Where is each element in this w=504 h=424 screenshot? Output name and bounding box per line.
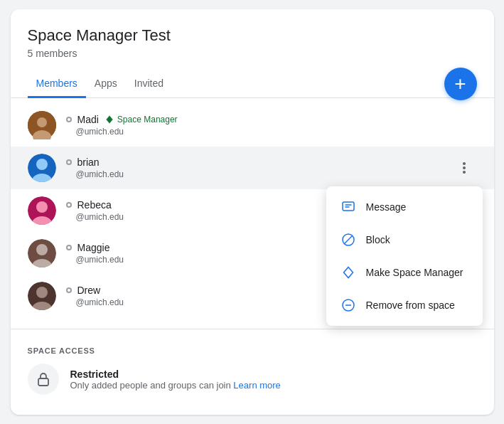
members-list: Madi Space Manager @umich.edu (11, 98, 494, 323)
member-info-brian: brian @umich.edu (66, 157, 451, 179)
access-row: Restricted Only added people and groups … (28, 364, 477, 395)
avatar-rebeca (28, 196, 56, 225)
member-email-madi: @umich.edu (66, 127, 477, 137)
avatar-madi (28, 111, 56, 139)
svg-point-21 (36, 287, 48, 298)
svg-rect-9 (343, 202, 354, 211)
block-svg (341, 233, 355, 247)
diamond-icon (104, 115, 114, 124)
message-svg (341, 200, 355, 214)
avatar-drew-img (28, 282, 56, 310)
svg-point-8 (463, 171, 466, 174)
tab-invited[interactable]: Invited (126, 70, 172, 98)
svg-rect-23 (38, 378, 48, 386)
add-member-button[interactable]: + (444, 68, 477, 100)
member-name-brian: brian (77, 157, 100, 168)
space-access-label: SPACE ACCESS (28, 346, 477, 355)
tab-apps[interactable]: Apps (86, 70, 126, 98)
status-dot-madi (66, 117, 72, 122)
menu-item-remove[interactable]: Remove from space (326, 289, 483, 322)
three-dot-button-brian[interactable] (451, 155, 477, 181)
menu-block-label: Block (366, 234, 390, 245)
avatar-drew (28, 282, 56, 310)
block-icon (341, 232, 356, 248)
status-dot-maggie (66, 245, 72, 250)
space-manager-badge: Space Manager (104, 115, 178, 124)
member-row-brian: brian @umich.edu (11, 147, 494, 189)
menu-remove-label: Remove from space (366, 300, 455, 311)
status-dot-rebeca (66, 202, 72, 208)
access-desc-text: Only added people and groups can join (70, 380, 231, 391)
member-name-rebeca: Rebeca (77, 199, 112, 211)
avatar-brian (28, 154, 56, 182)
main-card: Space Manager Test 5 members Members App… (11, 9, 494, 415)
tabs-row: Members Apps Invited + (11, 70, 494, 98)
learn-more-link[interactable]: Learn more (233, 380, 280, 391)
three-dot-icon (457, 161, 471, 175)
page-title: Space Manager Test (28, 26, 477, 45)
svg-point-18 (36, 244, 48, 255)
tab-members[interactable]: Members (28, 70, 86, 98)
lock-icon (35, 371, 52, 388)
header: Space Manager Test 5 members (11, 26, 494, 59)
context-menu: Message Block (326, 186, 483, 326)
menu-item-message[interactable]: Message (326, 191, 483, 223)
menu-message-label: Message (366, 201, 407, 213)
make-manager-icon (341, 265, 356, 280)
avatar-brian-img (28, 154, 56, 182)
member-row-madi: Madi Space Manager @umich.edu (11, 104, 494, 147)
svg-point-6 (463, 162, 466, 165)
avatar-maggie-img (28, 239, 56, 267)
section-divider (11, 329, 494, 329)
avatar-maggie (28, 239, 56, 267)
menu-item-block[interactable]: Block (326, 223, 483, 256)
status-dot-brian (66, 159, 72, 165)
space-access-section: SPACE ACCESS Restricted Only added peopl… (11, 335, 494, 409)
access-description: Only added people and groups can join Le… (70, 380, 281, 391)
svg-point-4 (36, 159, 48, 170)
member-name-maggie: Maggie (77, 242, 110, 253)
diamond-svg (342, 266, 355, 279)
member-info-madi: Madi Space Manager @umich.edu (66, 114, 477, 137)
member-email-brian: @umich.edu (66, 169, 451, 179)
remove-icon (341, 297, 356, 313)
access-text-block: Restricted Only added people and groups … (70, 369, 281, 391)
access-title: Restricted (70, 369, 281, 380)
svg-line-11 (344, 236, 352, 244)
svg-point-1 (37, 117, 47, 127)
status-dot-drew (66, 287, 72, 293)
svg-point-7 (463, 166, 466, 169)
member-count: 5 members (28, 48, 477, 59)
svg-point-15 (36, 201, 48, 213)
remove-svg (341, 298, 355, 312)
member-name-drew: Drew (77, 285, 101, 296)
menu-item-make-space-manager[interactable]: Make Space Manager (326, 256, 483, 289)
member-name-row-brian: brian (66, 157, 451, 168)
lock-icon-box (28, 364, 59, 395)
badge-label: Space Manager (117, 115, 178, 124)
avatar-rebeca-img (28, 196, 56, 225)
avatar-madi-img (28, 111, 56, 139)
message-icon (341, 199, 356, 215)
member-name-row-madi: Madi Space Manager (66, 114, 477, 125)
member-name-madi: Madi (77, 114, 99, 125)
menu-make-manager-label: Make Space Manager (366, 267, 463, 278)
